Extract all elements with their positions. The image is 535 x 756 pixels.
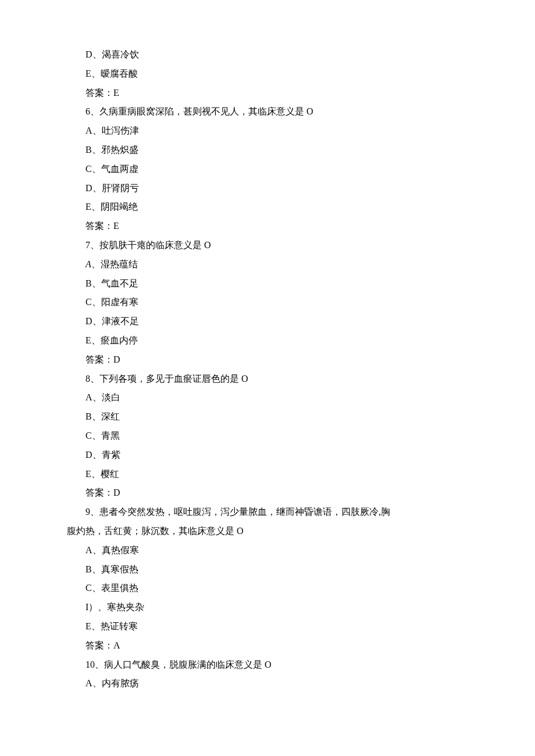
- text-line: 答案：E: [67, 84, 468, 103]
- text-line: C、阳虚有寒: [67, 293, 468, 312]
- text-line: E、樱红: [67, 465, 468, 484]
- text-line: 腹灼热，舌红黄；脉沉数，其临床意义是 O: [67, 522, 468, 541]
- text-line: E、瘀血内停: [67, 331, 468, 350]
- text-line: D、渴喜冷饮: [67, 45, 468, 65]
- text-line: 答案：D: [67, 483, 468, 503]
- text-line: 9、患者今突然发热，呕吐腹泻，泻少量脓血，继而神昏谵语，四肢厥冷,胸: [67, 503, 468, 522]
- text-line: E、阴阳竭绝: [67, 198, 468, 217]
- document-page: D、渴喜冷饮E、暧腐吞酸答案：E6、久病重病眼窝深陷，甚则视不见人，其临床意义是…: [0, 0, 535, 756]
- text-line: A、湿热蕴结: [67, 255, 468, 274]
- text-line: A、内有脓疡: [67, 674, 468, 693]
- text-line: 7、按肌肤干瘪的临床意义是 O: [67, 236, 468, 255]
- text-line: 答案：A: [67, 636, 468, 655]
- text-line: E、热证转寒: [67, 617, 468, 636]
- text-line: E、暧腐吞酸: [67, 65, 468, 84]
- text-line: 10、病人口气酸臭，脱腹胀满的临床意义是 O: [67, 655, 468, 675]
- text-line: B、气血不足: [67, 274, 468, 293]
- text-line: C、青黑: [67, 427, 468, 446]
- text-line: C、气血两虚: [67, 160, 468, 179]
- text-line: 6、久病重病眼窝深陷，甚则视不见人，其临床意义是 O: [67, 102, 468, 121]
- text-line: 答案：D: [67, 350, 468, 370]
- text-line: A、真热假寒: [67, 541, 468, 560]
- text-line: 答案：E: [67, 217, 468, 236]
- text-line: A、吐泻伤津: [67, 121, 468, 141]
- text-line: I）、寒热夹杂: [67, 598, 468, 617]
- text-line: D、津液不足: [67, 312, 468, 331]
- text-line: D、青紫: [67, 446, 468, 465]
- text-line: B、深红: [67, 407, 468, 427]
- text-line: C、表里俱热: [67, 579, 468, 598]
- text-line: 8、下列各项，多见于血瘀证唇色的是 O: [67, 370, 468, 389]
- text-line: B、邪热炽盛: [67, 141, 468, 160]
- text-content: 、湿热蕴结: [91, 259, 138, 269]
- text-line: B、真寒假热: [67, 560, 468, 579]
- text-italic-prefix: A: [85, 259, 91, 269]
- text-line: D、肝肾阴亏: [67, 179, 468, 198]
- text-line: A、淡白: [67, 388, 468, 407]
